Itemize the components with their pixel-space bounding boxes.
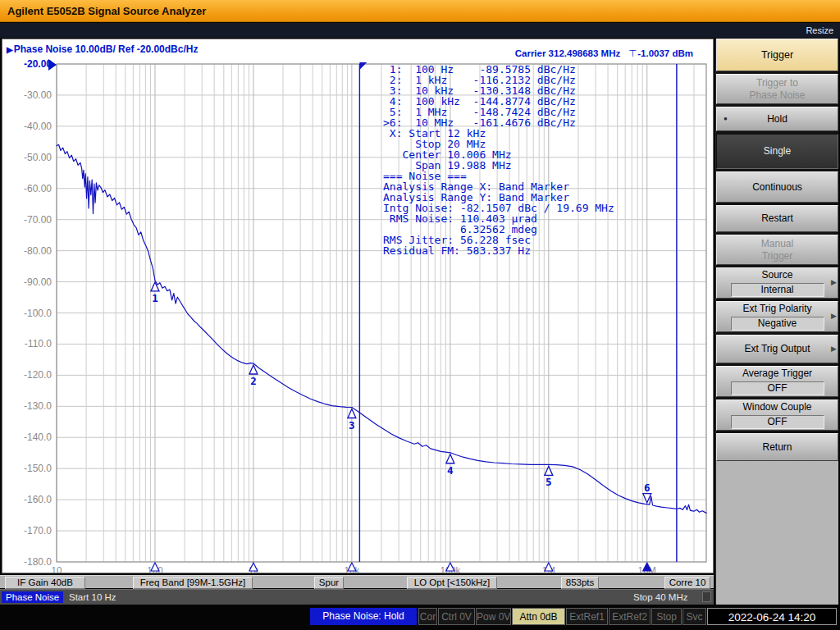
svg-text:-50.00: -50.00 <box>24 152 52 163</box>
softkey-label: Trigger <box>762 250 793 262</box>
menu-bar: Resize <box>0 23 840 38</box>
instrument-chip-attn-0db: Attn 0dB <box>512 608 565 625</box>
marker-1-icon <box>151 282 159 291</box>
softkey-label: Trigger <box>761 49 793 62</box>
softkey-return[interactable]: Return <box>716 433 838 461</box>
svg-text:5: 5 <box>546 476 552 488</box>
softkey-single[interactable]: Single <box>716 134 838 169</box>
svg-text:-150.0: -150.0 <box>24 463 52 474</box>
instrument-chip-pow-0v: Pow 0V <box>476 608 511 625</box>
instrument-chip-extref1: ExtRef1 <box>566 608 608 625</box>
instrument-chip-phase-noise-hold: Phase Noise: Hold <box>310 608 417 625</box>
softkey-manual-trigger: ManualTrigger <box>716 235 838 265</box>
statusbar-notch <box>702 591 711 602</box>
trace-scale-label: Phase Noise 10.00dB/ Ref -20.00dBc/Hz <box>14 43 199 55</box>
marker-5-icon <box>545 466 553 475</box>
svg-text:1: 1 <box>152 292 158 304</box>
instrument-chip-svc: Svc <box>682 608 706 625</box>
softkey-label: Ext Trig Output <box>744 343 810 355</box>
status-chip-if-gain-40db: IF Gain 40dB <box>5 577 85 589</box>
marker-3-icon <box>348 409 356 418</box>
carrier-frequency: Carrier 312.498683 MHz <box>515 48 621 58</box>
svg-text:3: 3 <box>349 419 355 431</box>
softkey-value: OFF <box>731 381 824 395</box>
submenu-arrow-icon: ▶ <box>831 278 837 286</box>
svg-text:-60.00: -60.00 <box>24 183 52 194</box>
svg-text:2: 2 <box>250 375 257 387</box>
instrument-chip-stop: Stop <box>651 608 682 625</box>
stop-frequency-label: Stop 40 MHz <box>633 591 687 603</box>
instrument-chip-ctrl-0v: Ctrl 0V <box>438 608 475 625</box>
svg-text:-30.00: -30.00 <box>24 89 52 101</box>
softkey-trigger-to-phase-noise: Trigger toPhase Noise <box>716 74 838 104</box>
carrier-power: -1.0037 dBm <box>637 48 693 58</box>
carrier-level-marker-icon: ⊤ <box>628 48 637 58</box>
trace-status-bar: Phase Noise Start 10 Hz Stop 40 MHz <box>0 589 714 605</box>
submenu-arrow-icon: ▶ <box>831 312 837 320</box>
trace-scale-header: ▶Phase Noise 10.00dB/ Ref -20.00dBc/Hz <box>7 43 198 55</box>
svg-text:-90.00: -90.00 <box>24 276 52 288</box>
status-chip-lo-opt-150khz-: LO Opt [<150kHz] <box>407 577 497 589</box>
y-axis-labels: -20.00-30.00-40.00-50.00-60.00-70.00-80.… <box>24 58 57 568</box>
softkey-label: Single <box>764 145 791 158</box>
status-chip-spur: Spur <box>314 577 344 589</box>
marker-readout: 1: 100 Hz -89.5785 dBc/Hz 2: 1 kHz -116.… <box>383 64 614 256</box>
marker-4-icon <box>446 454 454 463</box>
instrument-chip-2022-06-24-14-20: 2022-06-24 14:20 <box>707 608 837 625</box>
softkey-label: Hold <box>767 113 788 126</box>
softkey-window-couple[interactable]: Window CoupleOFF <box>716 399 838 431</box>
resize-menu-item[interactable]: Resize <box>806 23 833 38</box>
softkey-value: OFF <box>731 415 824 429</box>
softkey-hold[interactable]: ●Hold <box>716 107 838 131</box>
instrument-chip-extref2: ExtRef2 <box>609 608 651 625</box>
start-frequency-label: Start 10 Hz <box>69 591 116 603</box>
app-window: Agilent E5052B Signal Source Analyzer Re… <box>0 0 840 630</box>
instrument-chip-cor: Cor <box>418 608 437 625</box>
softkey-source[interactable]: SourceInternal▶ <box>716 267 838 299</box>
svg-text:-180.0: -180.0 <box>24 556 52 568</box>
softkey-restart[interactable]: Restart <box>716 205 838 232</box>
svg-text:-100.0: -100.0 <box>24 308 52 319</box>
softkey-label: Manual <box>761 238 793 250</box>
softkey-ext-trig-output[interactable]: Ext Trig Output▶ <box>716 335 838 363</box>
svg-text:6: 6 <box>644 482 651 494</box>
svg-text:-130.0: -130.0 <box>24 400 52 412</box>
measurement-status-bar: IF Gain 40dBFreq Band [99M-1.5GHz]SpurLO… <box>0 575 714 588</box>
window-title: Agilent E5052B Signal Source Analyzer <box>7 5 206 17</box>
band-marker-flag-icon <box>359 62 367 70</box>
svg-text:-140.0: -140.0 <box>24 431 52 443</box>
svg-text:-170.0: -170.0 <box>24 525 52 536</box>
softkey-label: Return <box>762 441 792 454</box>
phase-noise-plot-panel: -20.00-30.00-40.00-50.00-60.00-70.00-80.… <box>2 39 714 573</box>
svg-text:-20.00: -20.00 <box>24 58 52 70</box>
softkey-label: Average Trigger <box>742 368 812 380</box>
carrier-readout: Carrier 312.498683 MHz⊤-1.0037 dBm <box>515 48 693 59</box>
trace-name-chip: Phase Noise <box>2 591 63 603</box>
softkey-continuous[interactable]: Continuous <box>716 171 838 203</box>
submenu-arrow-icon: ▶ <box>831 345 837 353</box>
svg-text:-110.0: -110.0 <box>25 338 52 349</box>
svg-text:4: 4 <box>447 464 454 477</box>
readout-line: Residual FM: 583.337 Hz <box>383 245 614 256</box>
status-chip-freq-band-99m-1-5ghz-: Freq Band [99M-1.5GHz] <box>133 577 253 589</box>
title-bar: Agilent E5052B Signal Source Analyzer <box>0 0 840 22</box>
softkey-value: Negative <box>731 317 824 331</box>
svg-text:-160.0: -160.0 <box>24 494 52 505</box>
softkey-label: Ext Trig Polarity <box>742 303 811 315</box>
softkey-menu: TriggerTrigger toPhase Noise●HoldSingleC… <box>715 39 838 605</box>
svg-text:10: 10 <box>52 565 62 573</box>
softkey-ext-trig-polarity[interactable]: Ext Trig PolarityNegative▶ <box>716 301 838 332</box>
svg-text:-40.00: -40.00 <box>24 121 52 132</box>
softkey-label: Phase Noise <box>749 89 805 102</box>
softkey-trigger-header: Trigger <box>716 39 838 71</box>
softkey-label: Source <box>761 269 792 281</box>
status-chip-corre-10: Corre 10 <box>664 577 710 589</box>
trace-markers: 123456 <box>151 282 651 571</box>
softkey-label: Restart <box>761 212 793 225</box>
status-chip-853pts: 853pts <box>561 577 599 589</box>
softkey-label: Window Couple <box>742 401 811 413</box>
softkey-label: Continuous <box>752 181 802 194</box>
reference-level-icon <box>48 59 57 71</box>
svg-text:-120.0: -120.0 <box>24 369 52 381</box>
softkey-average-trigger[interactable]: Average TriggerOFF <box>716 366 838 397</box>
